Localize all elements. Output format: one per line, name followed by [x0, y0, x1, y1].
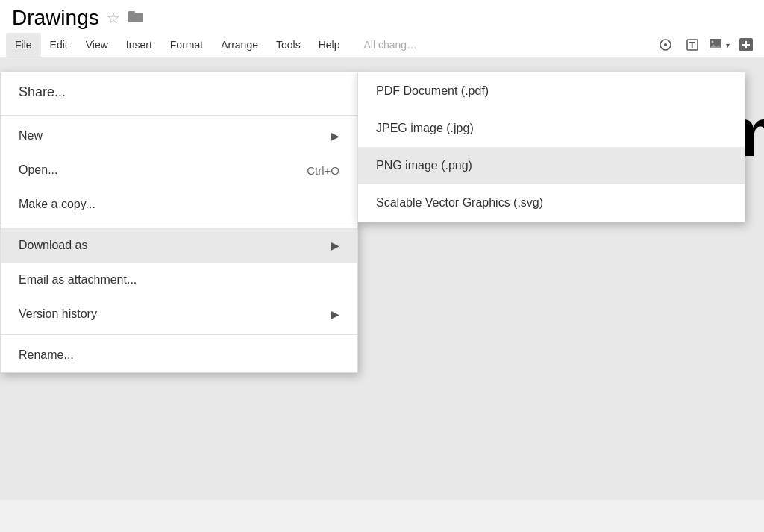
menu-view[interactable]: View	[77, 33, 117, 57]
version-arrow-icon: ▶	[331, 308, 339, 320]
menu-bar: File Edit View Insert Format Arrange Too…	[0, 33, 764, 57]
submenu-item-svg[interactable]: Scalable Vector Graphics (.svg)	[358, 184, 745, 222]
svg-point-8	[712, 41, 714, 43]
file-menu-dropdown[interactable]: Share... New ▶ Open... Ctrl+O Make a cop…	[0, 72, 358, 373]
folder-icon	[128, 9, 144, 28]
menu-item-new[interactable]: New ▶	[1, 119, 357, 153]
menu-item-email[interactable]: Email as attachment...	[1, 263, 357, 297]
menu-item-rename[interactable]: Rename...	[1, 338, 357, 372]
divider-1	[1, 115, 357, 116]
menu-arrange[interactable]: Arrange	[212, 33, 267, 57]
menu-item-version[interactable]: Version history ▶	[1, 297, 357, 331]
svg-point-3	[664, 43, 667, 46]
menu-insert[interactable]: Insert	[117, 33, 161, 57]
menu-file[interactable]: File	[6, 33, 41, 57]
svg-rect-1	[128, 11, 135, 14]
toolbar-text-icon[interactable]: T	[680, 33, 704, 57]
toolbar-image-icon[interactable]: ▾	[707, 33, 731, 57]
menu-tools[interactable]: Tools	[267, 33, 310, 57]
divider-3	[1, 334, 357, 335]
menu-all-changes: All chang…	[354, 33, 426, 57]
star-icon[interactable]: ☆	[107, 9, 120, 27]
menu-item-copy[interactable]: Make a copy...	[1, 187, 357, 222]
toolbar-add-icon[interactable]	[734, 33, 758, 57]
svg-text:T: T	[689, 40, 695, 51]
menu-edit[interactable]: Edit	[41, 33, 77, 57]
app-title: Drawings	[12, 6, 99, 30]
menu-item-download[interactable]: Download as ▶	[1, 228, 357, 263]
menu-help[interactable]: Help	[310, 33, 349, 57]
menu-item-share[interactable]: Share...	[1, 72, 357, 112]
submenu-item-pdf[interactable]: PDF Document (.pdf)	[358, 72, 745, 110]
submenu-item-jpeg[interactable]: JPEG image (.jpg)	[358, 110, 745, 147]
menu-item-open[interactable]: Open... Ctrl+O	[1, 153, 357, 187]
toolbar-select-icon[interactable]	[654, 33, 677, 57]
divider-2	[1, 225, 357, 225]
title-bar: Drawings ☆	[0, 0, 764, 33]
submenu-item-png[interactable]: PNG image (.png)	[358, 147, 745, 184]
download-arrow-icon: ▶	[331, 240, 339, 251]
menu-format[interactable]: Format	[161, 33, 212, 57]
download-submenu[interactable]: PDF Document (.pdf) JPEG image (.jpg) PN…	[357, 72, 745, 222]
arrow-icon: ▶	[331, 130, 339, 142]
